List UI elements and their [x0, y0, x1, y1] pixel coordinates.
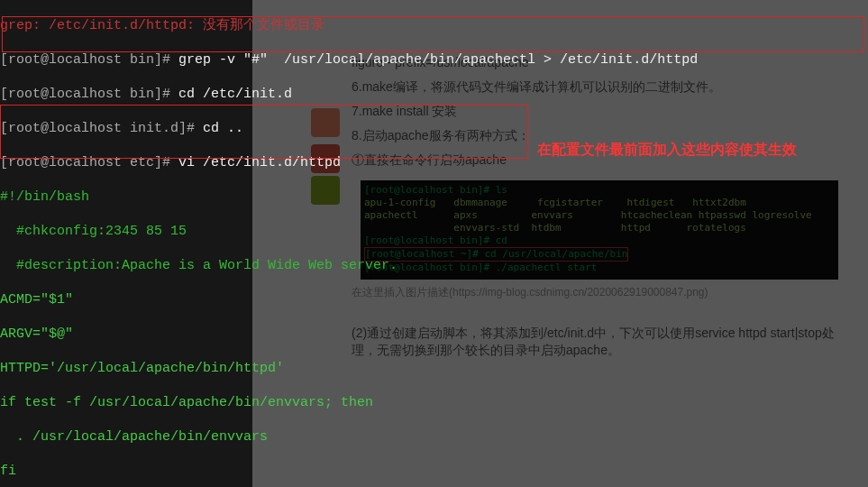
- prompt-line: [root@localhost bin]# cd /etc/init.d: [0, 86, 868, 103]
- command-text: cd /etc/init.d: [178, 87, 292, 102]
- command-text: cd ..: [203, 121, 243, 136]
- script-shebang: #!/bin/bash: [0, 188, 868, 206]
- shell-prompt: [root@localhost init.d]#: [0, 121, 195, 136]
- shell-prompt: [root@localhost bin]#: [0, 52, 170, 68]
- description-line: #description:Apache is a World Wide Web …: [0, 257, 868, 274]
- command-text: vi /etc/init.d/httpd: [178, 155, 341, 170]
- script-line: ACMD="$1": [0, 291, 868, 308]
- script-line: . /usr/local/apache/bin/envvars: [0, 428, 868, 446]
- prompt-line: [root@localhost bin]# grep -v "#" /usr/l…: [0, 51, 868, 69]
- command-text: grep -v "#" /usr/local/apache/bin/apache…: [178, 52, 698, 68]
- script-line: ARGV="$@": [0, 326, 868, 343]
- grep-error-line: grep: /etc/init.d/httpd: 没有那个文件或目录: [0, 17, 868, 34]
- shell-prompt: [root@localhost bin]#: [0, 87, 170, 102]
- script-line: if test -f /usr/local/apache/bin/envvars…: [0, 394, 868, 411]
- script-line: fi: [0, 463, 868, 480]
- shell-prompt: [root@localhost etc]#: [0, 155, 170, 170]
- script-line: HTTPD='/usr/local/apache/bin/httpd': [0, 360, 868, 377]
- annotation-text: 在配置文件最前面加入这些内容使其生效: [537, 141, 797, 158]
- prompt-line: [root@localhost init.d]# cd ..: [0, 120, 868, 137]
- chkconfig-line: #chkconfig:2345 85 15: [0, 223, 868, 240]
- terminal-overlay[interactable]: grep: /etc/init.d/httpd: 没有那个文件或目录 [root…: [0, 0, 868, 487]
